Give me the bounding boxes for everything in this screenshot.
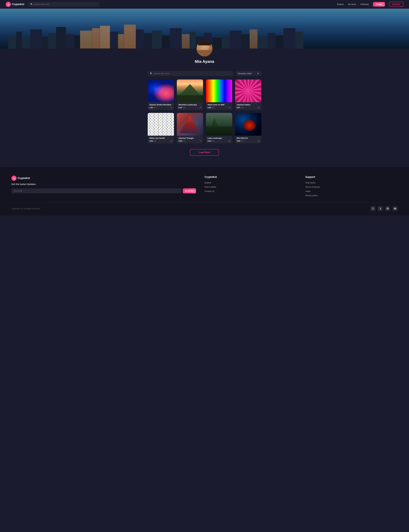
svg-rect-0 xyxy=(372,208,374,210)
nft-card-4[interactable]: Abstract Patern 0.87 ETH 82 xyxy=(235,79,261,110)
nft-image-4 xyxy=(235,79,261,102)
nav-link-explore[interactable]: Explore xyxy=(337,3,344,5)
nft-meta-6: 0.90 ETH 71 xyxy=(179,140,201,142)
nft-likes-4: 82 xyxy=(258,107,260,109)
footer-logo[interactable]: ◎ CryptoKet xyxy=(11,176,196,181)
twitter-icon[interactable] xyxy=(378,206,383,211)
nft-title-5: White Line Grafiti xyxy=(149,137,172,139)
footer-link-legal[interactable]: Legal xyxy=(305,190,398,192)
chevron-down-icon: ▼ xyxy=(257,72,259,75)
search-icon: 🔍 xyxy=(30,3,33,5)
footer-link-privacy[interactable]: Privacy policy xyxy=(305,194,398,197)
footer-brand: ◎ CryptoKet Get the lastes Updates Email… xyxy=(11,176,196,197)
logo-text: CryptoKet xyxy=(12,3,24,6)
filter-search[interactable]: 🔍 xyxy=(148,71,234,76)
footer: ◎ CryptoKet Get the lastes Updates Email… xyxy=(0,167,409,215)
nft-likes-8: 66 xyxy=(258,140,260,142)
nav-links: Explore My Items Following Create Connec… xyxy=(337,2,403,7)
email-submit-button[interactable]: Email Me! xyxy=(183,188,196,193)
footer-link-howitworks[interactable]: How it Works xyxy=(204,186,297,188)
nft-info-8: Blue Red Art 0.85 ETH 66 xyxy=(235,136,261,143)
avatar xyxy=(196,40,213,57)
svg-point-2 xyxy=(373,208,374,208)
nft-card-5[interactable]: White Line Grafiti 0.09 ETH 22 xyxy=(148,113,174,143)
profile-section: Mia Ayana xyxy=(0,48,409,68)
footer-link-helpcenter[interactable]: Help center xyxy=(305,181,398,184)
nft-price-5: 0.09 ETH xyxy=(149,140,156,142)
nft-card-2[interactable]: Mountain Landscape 0.20 ETH 25 xyxy=(177,79,203,110)
main-content: 🔍 Recently Listed ▼ Abstact Smoke Red Bl… xyxy=(136,68,273,167)
nft-meta-7: 0.52 ETH 63 xyxy=(208,140,230,142)
nft-card-8[interactable]: Blue Red Art 0.85 ETH 66 xyxy=(235,113,261,143)
nft-info-7: Lake Landscape 0.52 ETH 63 xyxy=(206,136,232,143)
nft-price-8: 0.85 ETH xyxy=(237,140,244,142)
nft-title-3: Paint Color on Wall xyxy=(208,104,230,106)
footer-col2-title: Support xyxy=(305,176,398,179)
nft-image-6 xyxy=(177,113,203,136)
discord-icon[interactable] xyxy=(392,206,398,211)
footer-tagline: Get the lastes Updates xyxy=(11,183,196,186)
footer-link-explore[interactable]: Explore xyxy=(204,181,297,184)
nft-meta-1: 1.25 ETH 92 xyxy=(149,107,172,109)
avatar-image xyxy=(197,40,212,57)
nft-info-5: White Line Grafiti 0.09 ETH 22 xyxy=(148,136,174,143)
nft-likes-6: 71 xyxy=(200,140,201,142)
footer-bottom: CrpytoKet, Inc. All Rights Reserved xyxy=(11,202,398,211)
footer-link-terms[interactable]: Terms of service xyxy=(305,186,398,188)
sort-dropdown[interactable]: Recently Listed ▼ xyxy=(236,71,261,76)
nav-link-myitems[interactable]: My Items xyxy=(348,3,356,5)
filter-search-input[interactable] xyxy=(154,72,231,75)
nft-image-5 xyxy=(148,113,174,136)
filter-bar: 🔍 Recently Listed ▼ xyxy=(148,71,261,76)
filter-search-icon: 🔍 xyxy=(150,72,152,75)
nft-card-6[interactable]: Abstract Triangle 0.90 ETH 71 xyxy=(177,113,203,143)
nft-price-6: 0.90 ETH xyxy=(179,140,185,142)
nft-price-4: 0.87 ETH xyxy=(237,107,244,109)
nft-price-3: 0.00 ETH xyxy=(208,107,214,109)
nft-price-2: 0.20 ETH xyxy=(179,107,185,109)
nft-price-1: 1.25 ETH xyxy=(149,107,156,109)
connect-button[interactable]: Connect xyxy=(389,2,403,7)
email-form: Email Me! xyxy=(11,188,196,193)
instagram-icon[interactable] xyxy=(370,206,375,211)
nft-card-1[interactable]: Abstact Smoke Red Blue 1.25 ETH 92 xyxy=(148,79,174,110)
footer-col-cryptoket: CryptoKet Explore How it Works Contact U… xyxy=(204,176,297,197)
profile-name: Mia Ayana xyxy=(195,59,214,64)
nft-image-2 xyxy=(177,79,203,102)
nft-meta-5: 0.09 ETH 22 xyxy=(149,140,172,142)
nft-price-7: 0.52 ETH xyxy=(208,140,214,142)
social-icons xyxy=(370,206,398,211)
navbar-search[interactable]: 🔍 xyxy=(28,2,100,7)
footer-logo-icon: ◎ xyxy=(11,176,17,181)
nft-image-1 xyxy=(148,79,174,102)
nft-title-8: Blue Red Art xyxy=(237,137,260,139)
nav-link-following[interactable]: Following xyxy=(360,3,369,5)
nft-likes-1: 92 xyxy=(170,107,172,109)
nft-card-7[interactable]: Lake Landscape 0.52 ETH 63 xyxy=(206,113,232,143)
nft-title-2: Mountain Landscape xyxy=(179,104,201,106)
nft-image-7 xyxy=(206,113,232,136)
telegram-icon[interactable] xyxy=(385,206,390,211)
footer-link-contact[interactable]: Contact Us xyxy=(204,190,297,192)
nft-meta-2: 0.20 ETH 25 xyxy=(179,107,201,109)
nft-meta-3: 0.00 ETH 84 xyxy=(208,107,230,109)
logo[interactable]: ◎ CryptoKet xyxy=(6,2,26,7)
nft-card-3[interactable]: Paint Color on Wall 0.00 ETH 84 xyxy=(206,79,232,110)
nft-title-7: Lake Landscape xyxy=(208,137,230,139)
footer-links-col2: Help center Terms of service Legal Priva… xyxy=(305,181,398,197)
footer-links-col1: Explore How it Works Contact Us xyxy=(204,181,297,192)
nft-info-6: Abstract Triangle 0.90 ETH 71 xyxy=(177,136,203,143)
nft-meta-8: 0.85 ETH 66 xyxy=(237,140,260,142)
load-more-button[interactable]: Load More xyxy=(190,149,219,156)
email-input[interactable] xyxy=(11,188,181,193)
nft-image-3 xyxy=(206,79,232,102)
nft-likes-2: 25 xyxy=(200,107,201,109)
navbar-search-input[interactable] xyxy=(34,3,97,5)
nft-info-1: Abstact Smoke Red Blue 1.25 ETH 92 xyxy=(148,102,174,110)
create-button[interactable]: Create xyxy=(373,2,385,7)
footer-col-support: Support Help center Terms of service Leg… xyxy=(305,176,398,197)
load-more-section: Load More xyxy=(148,149,261,156)
logo-icon: ◎ xyxy=(6,2,11,7)
nft-grid: Abstact Smoke Red Blue 1.25 ETH 92 Mount… xyxy=(148,79,261,143)
nft-meta-4: 0.87 ETH 82 xyxy=(237,107,260,109)
